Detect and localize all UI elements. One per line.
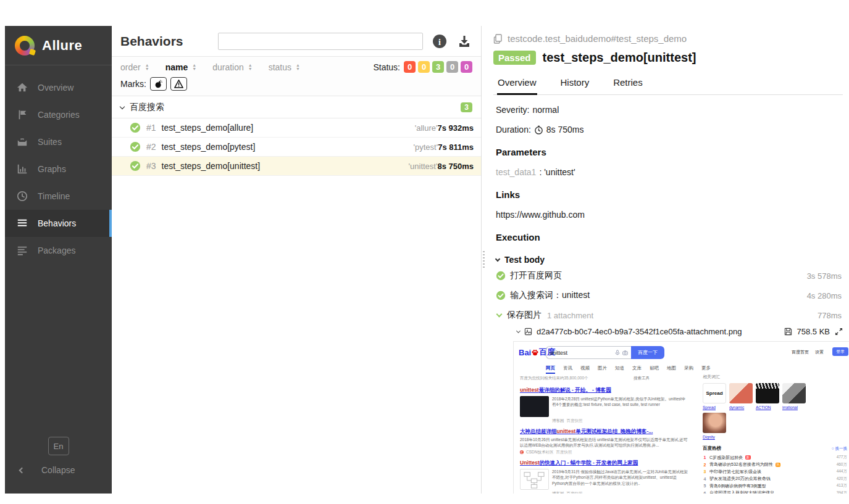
related-word[interactable]: irrational: [782, 383, 806, 410]
flaky-filter-button[interactable]: [150, 77, 167, 91]
baidu-tab-video[interactable]: 视频: [580, 365, 590, 374]
status-badge-broken[interactable]: 0: [418, 61, 430, 73]
chevron-down-icon: [516, 329, 521, 333]
hot-item[interactable]: 2 青岛确诊的532名密接者均为阴性 热 460万: [703, 461, 847, 469]
baidu-result-title[interactable]: 大神总结超详细unittest单元测试框架总结_晚晚的博客-...: [520, 428, 688, 436]
status-badge-passed[interactable]: 3: [432, 61, 444, 73]
baidu-search-button[interactable]: 百度一下: [631, 346, 664, 359]
tab-overview[interactable]: Overview: [497, 73, 537, 94]
baidu-tab-web[interactable]: 网页: [546, 365, 555, 374]
related-word[interactable]: Dignity: [703, 413, 726, 439]
baidu-tab-more[interactable]: 更多: [701, 365, 711, 374]
collapse-button[interactable]: Collapse: [5, 465, 112, 494]
sort-column-duration[interactable]: duration ▲▼: [212, 62, 253, 72]
search-input[interactable]: [218, 33, 423, 50]
test-link[interactable]: https://www.github.com: [496, 210, 585, 220]
baidu-logo-text: Bai: [519, 348, 531, 357]
baidu-search-box[interactable]: unittest: [546, 346, 631, 359]
list-icon: [17, 218, 28, 229]
test-parameter: 'pytest': [414, 143, 438, 152]
sort-arrows-icon: ▲▼: [296, 64, 300, 71]
related-word[interactable]: Spread Spread: [703, 383, 726, 410]
test-row-1[interactable]: #1 test_steps_demo[allure] 'allure'7s 93…: [112, 118, 481, 138]
related-word-link[interactable]: Dignity: [703, 435, 726, 439]
hot-text: 驴友发现遗失20万的众筹救命钱: [709, 476, 771, 482]
step-row-1[interactable]: 打开百度网页 3s 578ms: [493, 266, 843, 286]
attachment-row[interactable]: d2a477cb-b0c7-4ec0-b9a7-3542f1ce05fa-att…: [517, 327, 843, 336]
related-word[interactable]: dynamic: [729, 383, 753, 410]
snapshot-link[interactable]: 百度快照: [567, 491, 583, 494]
severity-line: Severity: normal: [496, 105, 840, 115]
sidebar-item-graphs[interactable]: Graphs: [5, 155, 112, 183]
related-word[interactable]: ACTION: [756, 383, 779, 410]
test-parameter: 'allure': [415, 123, 438, 133]
baidu-result-title[interactable]: Unittest的快速入门 - 蜗牛学院 - 开发者的网上家园: [520, 460, 688, 467]
new-failed-filter-button[interactable]: [170, 77, 187, 91]
baidu-tab-map[interactable]: 地图: [667, 365, 676, 374]
baidu-result-source: 博客园 百度快照: [552, 491, 688, 494]
hot-refresh-button[interactable]: ○ 换一换: [832, 446, 847, 452]
hot-item[interactable]: 4 驴友发现遗失20万的众筹救命钱 420万: [703, 476, 847, 483]
sort-column-order[interactable]: order ▲▼: [120, 62, 149, 72]
baidu-tab-zhidao[interactable]: 知道: [615, 365, 624, 374]
sidebar-item-suites[interactable]: Suites: [5, 128, 112, 155]
attachment-preview[interactable]: Bai 百度 unittest 百度一下 百度首页 设置 登录 网页 资讯 视频…: [513, 341, 849, 494]
hot-item[interactable]: 5 青岛6例确诊病例中有3例重型 413万: [703, 482, 847, 490]
baidu-search-tools[interactable]: 搜索工具: [634, 376, 650, 381]
related-word-link[interactable]: ACTION: [756, 405, 779, 410]
test-row-3-selected[interactable]: #3 test_steps_demo[unittest] 'unittest'8…: [112, 157, 481, 176]
related-word-link[interactable]: irrational: [782, 405, 806, 410]
test-body-toggle[interactable]: Test body: [496, 255, 840, 265]
baidu-result-desc: 2018年10月26日 unittest单元测试框架总结 unittest单元测…: [520, 437, 688, 448]
csdn-icon: C: [520, 450, 524, 454]
language-button[interactable]: En: [48, 437, 69, 455]
related-word-link[interactable]: dynamic: [729, 405, 753, 410]
status-badge-skipped[interactable]: 0: [446, 61, 458, 73]
sidebar-item-overview[interactable]: Overview: [5, 74, 112, 101]
baidu-tab-caigou[interactable]: 采购: [684, 365, 693, 374]
brand-row: Allure: [5, 26, 112, 65]
camera-icon[interactable]: [622, 350, 628, 355]
related-word-link[interactable]: Spread: [703, 405, 726, 410]
status-badge-failed[interactable]: 0: [404, 61, 416, 73]
sidebar-item-timeline[interactable]: Timeline: [5, 183, 112, 210]
baidu-tab-image[interactable]: 图片: [598, 365, 607, 374]
severity-label: Severity:: [496, 105, 529, 115]
expand-icon[interactable]: [835, 328, 843, 336]
baidu-result-title[interactable]: unittest最详细的解说 - 开始。 - 博客园: [520, 387, 688, 394]
snapshot-link[interactable]: 百度快照: [567, 418, 583, 424]
hot-item[interactable]: 6 台湾间谍混入群刺探大陆涉密信息 394万: [703, 490, 847, 494]
chevron-left-icon: [19, 467, 25, 473]
baidu-settings-link[interactable]: 设置: [815, 349, 824, 355]
panel-splitter[interactable]: [481, 26, 486, 494]
sidebar-item-packages[interactable]: Packages: [5, 237, 112, 264]
sidebar-item-categories[interactable]: Categories: [5, 101, 112, 128]
sidebar-item-behaviors[interactable]: Behaviors: [5, 210, 112, 237]
step-row-2[interactable]: 输入搜索词：unittest 4s 280ms: [493, 286, 843, 305]
baidu-login-button[interactable]: 登录: [832, 347, 848, 356]
image-file-icon: [524, 328, 532, 336]
status-badge-unknown[interactable]: 0: [461, 61, 472, 73]
baidu-tab-tieba[interactable]: 贴吧: [650, 365, 659, 374]
test-row-2[interactable]: #2 test_steps_demo[pytest] 'pytest'7s 81…: [112, 138, 481, 157]
hot-item[interactable]: 3 中印举行第七轮军长级会谈 444万: [703, 468, 847, 476]
sort-column-name[interactable]: name ▲▼: [165, 62, 197, 72]
baidu-tab-wenku[interactable]: 文库: [632, 365, 642, 374]
hot-item[interactable]: 1 C罗感染新冠肺炎 新 477万: [703, 454, 847, 461]
breadcrumb[interactable]: testcode.test_baidudemo#test_steps_demo: [493, 31, 843, 51]
tree-group-row[interactable]: 百度搜索 3: [112, 96, 481, 118]
download-button[interactable]: [456, 33, 472, 49]
sort-column-status[interactable]: status ▲▼: [269, 62, 300, 72]
microphone-icon[interactable]: [615, 350, 620, 355]
baidu-tab-news[interactable]: 资讯: [563, 365, 572, 374]
tab-retries[interactable]: Retries: [613, 73, 643, 94]
attachment-count-label: 1 attachment: [547, 311, 593, 320]
baidu-home-link[interactable]: 百度首页: [792, 349, 809, 355]
attachment-size: 758.5 KB: [797, 327, 830, 336]
tab-history[interactable]: History: [560, 73, 590, 94]
snapshot-link[interactable]: 百度快照: [556, 450, 572, 455]
severity-value: normal: [532, 105, 559, 115]
source-name: CSDN技术社区: [526, 450, 553, 455]
info-button[interactable]: i: [432, 33, 448, 49]
step-row-3-expanded[interactable]: 保存图片 1 attachment 778ms: [493, 305, 843, 325]
